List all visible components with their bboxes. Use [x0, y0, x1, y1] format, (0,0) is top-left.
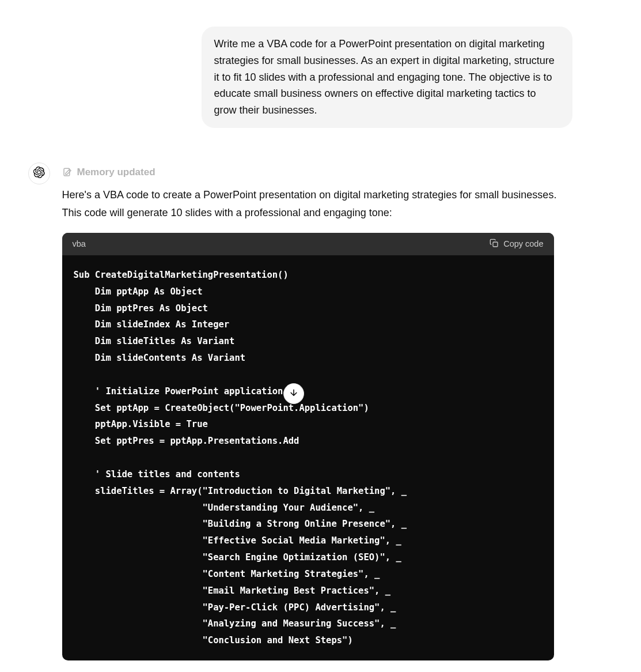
code-language-label: vba — [73, 239, 86, 248]
user-message-text: Write me a VBA code for a PowerPoint pre… — [214, 38, 555, 116]
assistant-avatar-column — [28, 163, 51, 184]
memory-status-row[interactable]: Memory updated — [62, 167, 572, 178]
assistant-intro-text: Here's a VBA code to create a PowerPoint… — [62, 186, 572, 222]
code-header: vba Copy code — [62, 233, 554, 255]
assistant-avatar — [28, 163, 50, 184]
copy-icon — [490, 239, 499, 250]
assistant-body: Memory updated Here's a VBA code to crea… — [62, 163, 572, 660]
memory-status-text: Memory updated — [77, 167, 155, 178]
code-content: Sub CreateDigitalMarketingPresentation()… — [74, 270, 407, 645]
copy-code-button[interactable]: Copy code — [490, 239, 543, 250]
arrow-down-icon — [289, 387, 299, 400]
code-block: vba Copy code Sub CreateDigitalMarketing… — [62, 233, 554, 660]
openai-logo-icon — [33, 167, 45, 180]
assistant-message-row: Memory updated Here's a VBA code to crea… — [69, 163, 572, 660]
copy-code-label: Copy code — [503, 239, 543, 248]
user-message-bubble: Write me a VBA code for a PowerPoint pre… — [202, 27, 572, 128]
user-message-row: Write me a VBA code for a PowerPoint pre… — [69, 27, 572, 128]
svg-rect-1 — [493, 242, 498, 247]
memory-updated-icon — [62, 167, 73, 178]
scroll-to-bottom-button[interactable] — [283, 383, 304, 404]
